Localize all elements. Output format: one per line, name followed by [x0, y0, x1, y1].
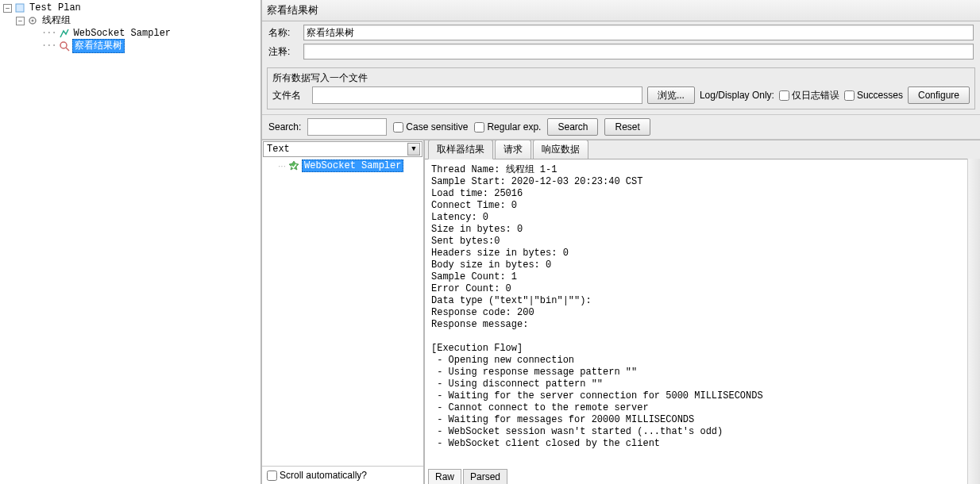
vertical-scrollbar[interactable]: [967, 159, 980, 484]
name-input[interactable]: [303, 25, 974, 40]
search-bar: Search: Case sensitive Regular exp. Sear…: [262, 114, 980, 140]
filename-label: 文件名: [272, 89, 307, 102]
case-sensitive-text: Case sensitive: [406, 121, 468, 133]
scroll-auto-input[interactable]: [267, 471, 277, 481]
tab-response-data[interactable]: 响应数据: [533, 140, 588, 159]
reset-button[interactable]: Reset: [604, 118, 650, 136]
name-label: 名称:: [268, 26, 303, 40]
comment-input[interactable]: [303, 44, 974, 60]
sample-list[interactable]: ··· WebSocket Sampler: [262, 158, 423, 466]
errors-only-text: 仅日志错误: [792, 89, 839, 102]
search-input[interactable]: [307, 118, 387, 136]
comment-label: 注释:: [268, 45, 303, 59]
case-sensitive-input[interactable]: [393, 122, 403, 133]
chevron-down-icon[interactable]: ▼: [407, 143, 420, 156]
viewresults-icon: [58, 40, 71, 52]
svg-point-3: [60, 42, 67, 48]
regex-text: Regular exp.: [487, 121, 541, 133]
regex-checkbox[interactable]: Regular exp.: [474, 121, 541, 133]
collapse-icon[interactable]: −: [16, 17, 25, 25]
tree-connector: ···: [278, 160, 286, 171]
scroll-auto-text: Scroll automatically?: [280, 470, 367, 481]
svg-point-2: [32, 20, 34, 22]
tab-sampler-result[interactable]: 取样器结果: [428, 140, 493, 159]
tree-label: 线程组: [41, 14, 72, 27]
config-panel: 察看结果树 名称: 注释: 所有数据写入一个文件 文件名 浏览... Log/D…: [262, 0, 980, 484]
filename-input[interactable]: [312, 86, 642, 104]
name-comment-area: 名称: 注释:: [262, 21, 980, 66]
svg-marker-5: [289, 161, 299, 170]
tree-node-thread-group[interactable]: − 线程组: [16, 14, 260, 27]
successes-checkbox[interactable]: Successes: [844, 90, 903, 101]
renderer-combo[interactable]: Text ▼: [263, 141, 422, 157]
tree-node-view-results[interactable]: ··· 察看结果树: [29, 40, 260, 52]
case-sensitive-checkbox[interactable]: Case sensitive: [393, 121, 468, 133]
threadgroup-icon: [26, 14, 39, 27]
tab-request[interactable]: 请求: [495, 140, 531, 159]
search-button[interactable]: Search: [547, 118, 598, 136]
sample-row[interactable]: ··· WebSocket Sampler: [262, 159, 423, 172]
write-results-group: 所有数据写入一个文件 文件名 浏览... Log/Display Only: 仅…: [267, 67, 975, 109]
app-window: − Test Plan − 线程组: [0, 0, 980, 484]
svg-rect-0: [16, 4, 24, 12]
scroll-auto-checkbox[interactable]: Scroll automatically?: [267, 470, 367, 481]
tree-label: WebSocket Sampler: [72, 27, 172, 40]
sample-tree-panel: Text ▼ ··· WebSocket Sampler Sc: [262, 140, 425, 484]
test-plan-tree-panel: − Test Plan − 线程组: [0, 0, 262, 484]
tree-connector: ···: [41, 40, 56, 52]
search-label: Search:: [268, 121, 301, 133]
success-icon: [288, 160, 299, 171]
tab-parsed[interactable]: Parsed: [463, 469, 507, 484]
svg-line-4: [66, 48, 69, 51]
tree-connector: ···: [41, 27, 56, 40]
tree-node-test-plan[interactable]: − Test Plan: [3, 2, 260, 14]
testplan-icon: [14, 2, 26, 14]
tree-label-selected: 察看结果树: [72, 39, 125, 53]
tree-node-sampler[interactable]: ··· WebSocket Sampler: [29, 27, 260, 40]
successes-input[interactable]: [844, 90, 855, 101]
renderer-value: Text: [267, 144, 290, 155]
write-results-legend: 所有数据写入一个文件: [272, 70, 970, 85]
tab-raw[interactable]: Raw: [428, 469, 461, 484]
regex-input[interactable]: [474, 122, 484, 133]
sampler-icon: [58, 27, 71, 40]
results-split: Text ▼ ··· WebSocket Sampler Sc: [262, 140, 980, 484]
panel-title: 察看结果树: [262, 0, 980, 21]
errors-only-checkbox[interactable]: 仅日志错误: [779, 89, 839, 102]
successes-text: Successes: [857, 90, 903, 101]
tree-label: Test Plan: [28, 2, 83, 14]
collapse-icon[interactable]: −: [3, 4, 12, 13]
errors-only-input[interactable]: [779, 90, 789, 101]
result-body: 取样器结果 请求 响应数据 Thread Name: 线程组 1-1 Sampl…: [425, 140, 980, 484]
sample-label-selected: WebSocket Sampler: [302, 159, 403, 172]
result-tabs: 取样器结果 请求 响应数据: [425, 140, 980, 159]
render-tabs: Raw Parsed: [425, 467, 980, 484]
configure-button[interactable]: Configure: [908, 86, 970, 104]
browse-button[interactable]: 浏览...: [647, 86, 695, 104]
log-display-only-label: Log/Display Only:: [700, 90, 774, 101]
result-text-pane[interactable]: Thread Name: 线程组 1-1 Sample Start: 2020-…: [425, 159, 980, 467]
